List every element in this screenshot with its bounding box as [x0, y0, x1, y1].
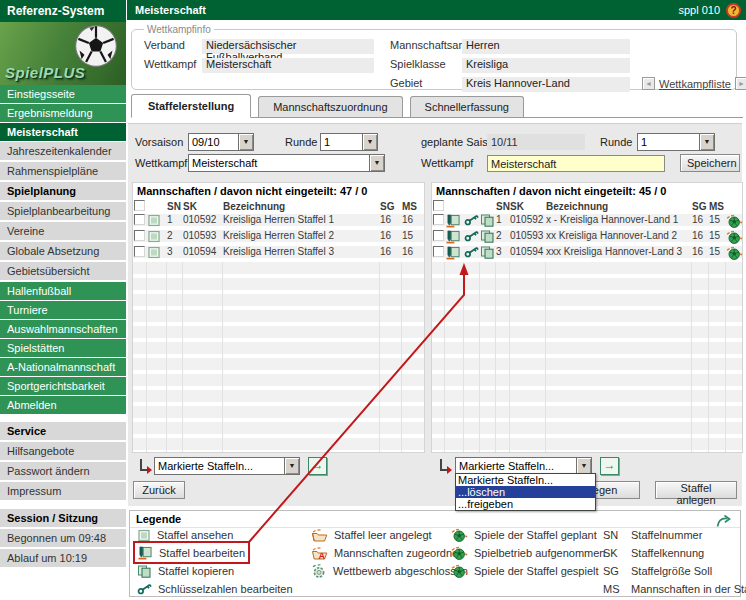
row-checkbox[interactable] [433, 246, 444, 257]
spielbetrieb-icon [451, 546, 468, 560]
legend-item-mannschaften-zugeordnet: Mannschaften zugeordnet [311, 544, 461, 562]
staffeln-table-right: Mannschaften / davon nicht eingeteilt: 4… [431, 182, 743, 453]
row-checkbox[interactable] [134, 246, 145, 257]
prev-wettkampf-button[interactable]: ◄ [642, 77, 655, 90]
runde-left-select[interactable]: 1▼ [320, 133, 378, 151]
wettkampf-value: Meisterschaft [202, 58, 374, 73]
spielklasse-value: Kreisliga [462, 58, 630, 73]
spiele-geplant-icon[interactable] [726, 214, 742, 228]
staffel-bearbeiten-icon [137, 546, 153, 560]
speichern-button[interactable]: Speichern [680, 154, 740, 172]
marked-staffeln-dropdown-list: Markierte Staffeln... ...löschen ...frei… [455, 473, 596, 511]
legend-item-sg: SG Staffelgröße Soll [603, 562, 712, 580]
wettkampf-right-input[interactable] [487, 155, 665, 172]
table-row: 2 010593 Kreisliga Herren Staffel 2 16 1… [133, 230, 424, 246]
staffel-ansehen-icon[interactable] [147, 246, 161, 259]
row-checkbox[interactable] [134, 230, 145, 241]
help-icon[interactable]: ? [726, 3, 741, 18]
legend-item-staffel-kopieren: Staffel kopieren [137, 562, 234, 580]
sidebar-item-vereine[interactable]: Vereine [0, 222, 126, 240]
schluesselzahlen-icon[interactable] [464, 214, 479, 226]
staffel-ansehen-icon[interactable] [147, 230, 161, 243]
sidebar-header-service: Service [0, 422, 126, 440]
sidebar-item-sportgerichtsbarkeit[interactable]: Sportgerichtsbarkeit [0, 377, 126, 395]
sidebar-item-hilfsangebote[interactable]: Hilfsangebote [0, 442, 126, 460]
mannschaftsart-value: Herren [462, 39, 630, 54]
runde-right-label: Runde [600, 133, 632, 151]
runde-right-select[interactable]: 1▼ [637, 133, 715, 151]
tab-schnellerfassung[interactable]: Schnellerfassung [410, 96, 524, 117]
sidebar-item-jahreszeitenkalender[interactable]: Jahreszeitenkalender [0, 142, 126, 160]
page-code: sppl 010 [678, 4, 720, 16]
next-wettkampf-button[interactable]: ► [735, 77, 746, 90]
staffel-bearbeiten-icon[interactable] [445, 246, 461, 260]
spiele-geplant-icon[interactable] [726, 230, 742, 244]
sidebar-item-globale-absetzung[interactable]: Globale Absetzung [0, 242, 126, 260]
sidebar-nav: Einstiegsseite Ergebnismeldung Meistersc… [0, 85, 126, 567]
sidebar-item-meisterschaft[interactable]: Meisterschaft [0, 123, 126, 141]
vorsaison-select[interactable]: 09/10▼ [188, 133, 254, 151]
marked-staffeln-select-left[interactable]: Markierte Staffeln...▼ [154, 457, 300, 475]
page-title: Meisterschaft [127, 4, 678, 16]
row-checkbox[interactable] [433, 214, 444, 225]
left-table-header: SN SK Bezeichnung SG MS [133, 199, 424, 214]
legend-item-ms: MS Mannschaften in der Staffel [603, 580, 746, 598]
sidebar-item-rahmenspielplaene[interactable]: Rahmenspielpläne [0, 162, 126, 180]
spiele-geplant-icon [451, 528, 468, 542]
sidebar-item-hallenfussball[interactable]: Hallenfußball [0, 282, 126, 300]
sidebar-item-gebietsuebersicht[interactable]: Gebietsübersicht [0, 262, 126, 280]
sidebar-item-auswahlmannschaften[interactable]: Auswahlmannschaften [0, 320, 126, 338]
sidebar-header-spielplanung: Spielplanung [0, 182, 126, 200]
dropdown-option-loeschen[interactable]: ...löschen [456, 486, 595, 498]
tab-bar: Staffelerstellung Mannschaftszuordnung S… [131, 96, 743, 118]
dropdown-option-markierte-staffeln[interactable]: Markierte Staffeln... [456, 474, 595, 486]
sidebar-item-passwort-aendern[interactable]: Passwort ändern [0, 462, 126, 480]
dropdown-option-freigeben[interactable]: ...freigeben [456, 498, 595, 510]
chevron-down-icon: ▼ [238, 134, 253, 150]
select-all-checkbox[interactable] [134, 200, 145, 211]
sidebar-item-spielplanbearbeitung[interactable]: Spielplanbearbeitung [0, 202, 126, 220]
chevron-down-icon: ▼ [362, 134, 377, 150]
staffel-ansehen-icon [137, 529, 151, 542]
sidebar-item-a-nationalmannschaft[interactable]: A-Nationalmannschaft [0, 358, 126, 376]
wettkampfliste-link[interactable]: Wettkampfliste [659, 78, 731, 90]
sidebar-item-impressum[interactable]: Impressum [0, 482, 126, 500]
execute-left-button[interactable]: → [308, 457, 327, 475]
verband-label: Verband [144, 39, 185, 51]
geplante-saison-value: 10/11 [487, 134, 585, 150]
staffel-bearbeiten-icon[interactable] [445, 214, 461, 228]
table-row: 2 010593 xx Kreisliga Hannover-Land 2 16… [432, 230, 742, 246]
table-row: 3 010594 Kreisliga Herren Staffel 3 16 1… [133, 246, 424, 262]
session-expires-text: Ablauf um 10:19 [0, 549, 126, 567]
execute-right-button[interactable]: → [600, 457, 619, 475]
legend-item-staffel-ansehen: Staffel ansehen [137, 526, 233, 544]
sidebar-item-abmelden[interactable]: Abmelden [0, 396, 126, 414]
staffel-kopieren-icon[interactable] [480, 214, 495, 227]
schluesselzahlen-icon[interactable] [464, 246, 479, 258]
wettkampf-right-label: Wettkampf [421, 154, 473, 172]
row-checkbox[interactable] [134, 214, 145, 225]
select-all-checkbox[interactable] [433, 200, 444, 211]
legend-item-staffel-bearbeiten: Staffel bearbeiten [137, 544, 245, 562]
staffel-bearbeiten-icon[interactable] [445, 230, 461, 244]
tab-mannschaftszuordnung[interactable]: Mannschaftszuordnung [258, 96, 402, 117]
tab-staffelerstellung[interactable]: Staffelerstellung [131, 94, 251, 118]
sidebar-item-spielstaetten[interactable]: Spielstätten [0, 339, 126, 357]
sidebar-item-einstiegsseite[interactable]: Einstiegsseite [0, 85, 126, 103]
staffel-kopieren-icon[interactable] [480, 230, 495, 243]
zurueck-button[interactable]: Zurück [133, 481, 185, 499]
wettkampf-left-select[interactable]: Meisterschaft▼ [188, 154, 385, 172]
schluesselzahlen-icon[interactable] [464, 230, 479, 242]
row-checkbox[interactable] [433, 230, 444, 241]
vorsaison-label: Vorsaison [135, 133, 183, 151]
wettbewerb-abgeschlossen-icon [311, 564, 327, 578]
wettkampf-left-label: Wettkampf [135, 154, 187, 172]
staffel-anlegen-button[interactable]: Staffel anlegen [655, 481, 737, 499]
legend-item-leer-angelegt: Staffel leer angelegt [311, 526, 432, 544]
staffel-kopieren-icon[interactable] [480, 246, 495, 259]
sidebar-item-ergebnismeldung[interactable]: Ergebnismeldung [0, 104, 126, 122]
folder-empty-icon [311, 529, 328, 542]
sidebar-item-turniere[interactable]: Turniere [0, 301, 126, 319]
staffel-ansehen-icon[interactable] [147, 214, 161, 227]
spiele-geplant-icon[interactable] [726, 246, 742, 260]
